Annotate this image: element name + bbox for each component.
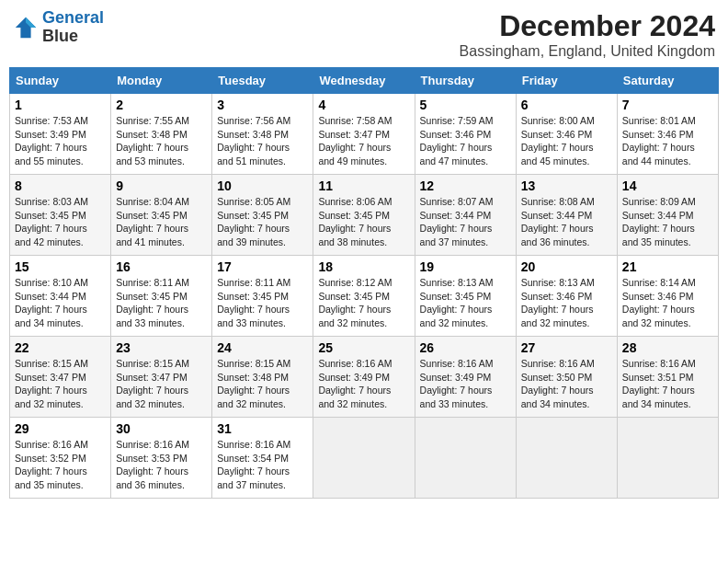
calendar-cell: 19 Sunrise: 8:13 AM Sunset: 3:45 PM Dayl… [415, 256, 516, 337]
day-info: Sunrise: 8:16 AM Sunset: 3:49 PM Dayligh… [318, 357, 409, 411]
calendar-cell: 29 Sunrise: 8:16 AM Sunset: 3:52 PM Dayl… [10, 418, 111, 499]
calendar-cell: 20 Sunrise: 8:13 AM Sunset: 3:46 PM Dayl… [516, 256, 617, 337]
page-header: General Blue December 2024 Bassingham, E… [9, 9, 719, 60]
sunrise-text: Sunrise: 8:16 AM [521, 357, 612, 371]
day-number: 11 [318, 178, 409, 193]
sunrise-text: Sunrise: 8:08 AM [521, 195, 612, 209]
daylight-text: Daylight: 7 hours and 51 minutes. [217, 141, 308, 167]
daylight-text: Daylight: 7 hours and 37 minutes. [217, 465, 308, 491]
calendar-cell: 15 Sunrise: 8:10 AM Sunset: 3:44 PM Dayl… [10, 256, 111, 337]
daylight-text: Daylight: 7 hours and 53 minutes. [116, 141, 207, 167]
daylight-text: Daylight: 7 hours and 32 minutes. [318, 384, 409, 410]
day-number: 18 [318, 259, 409, 274]
sunset-text: Sunset: 3:47 PM [15, 371, 106, 385]
sunrise-text: Sunrise: 8:06 AM [318, 195, 409, 209]
calendar-cell: 10 Sunrise: 8:05 AM Sunset: 3:45 PM Dayl… [212, 175, 313, 256]
daylight-text: Daylight: 7 hours and 32 minutes. [318, 303, 409, 329]
calendar-week-row: 1 Sunrise: 7:53 AM Sunset: 3:49 PM Dayli… [10, 94, 719, 175]
sunset-text: Sunset: 3:50 PM [521, 371, 612, 385]
sunrise-text: Sunrise: 8:16 AM [622, 357, 713, 371]
day-number: 7 [622, 98, 713, 112]
sunrise-text: Sunrise: 8:14 AM [622, 276, 713, 290]
day-number: 12 [420, 178, 511, 193]
calendar-cell: 18 Sunrise: 8:12 AM Sunset: 3:45 PM Dayl… [313, 256, 415, 337]
calendar-cell: 17 Sunrise: 8:11 AM Sunset: 3:45 PM Dayl… [212, 256, 313, 337]
day-number: 22 [15, 340, 106, 355]
calendar-week-row: 8 Sunrise: 8:03 AM Sunset: 3:45 PM Dayli… [10, 175, 719, 256]
weekday-header: Sunday [10, 68, 111, 94]
day-number: 27 [521, 340, 612, 355]
daylight-text: Daylight: 7 hours and 42 minutes. [15, 222, 106, 248]
daylight-text: Daylight: 7 hours and 32 minutes. [116, 384, 207, 410]
logo-text: General Blue [42, 9, 104, 46]
day-number: 16 [116, 259, 207, 274]
daylight-text: Daylight: 7 hours and 35 minutes. [15, 465, 106, 491]
weekday-header: Friday [516, 68, 617, 94]
calendar-cell [313, 418, 415, 499]
weekday-header: Thursday [415, 68, 516, 94]
calendar-cell: 7 Sunrise: 8:01 AM Sunset: 3:46 PM Dayli… [617, 94, 718, 175]
calendar-cell: 31 Sunrise: 8:16 AM Sunset: 3:54 PM Dayl… [212, 418, 313, 499]
sunset-text: Sunset: 3:53 PM [116, 452, 207, 465]
calendar-week-row: 15 Sunrise: 8:10 AM Sunset: 3:44 PM Dayl… [10, 256, 719, 337]
daylight-text: Daylight: 7 hours and 34 minutes. [15, 303, 106, 329]
daylight-text: Daylight: 7 hours and 34 minutes. [521, 384, 612, 410]
day-info: Sunrise: 7:55 AM Sunset: 3:48 PM Dayligh… [116, 114, 207, 168]
day-info: Sunrise: 7:58 AM Sunset: 3:47 PM Dayligh… [318, 114, 409, 168]
day-info: Sunrise: 8:15 AM Sunset: 3:47 PM Dayligh… [15, 357, 106, 411]
sunset-text: Sunset: 3:46 PM [521, 128, 612, 142]
sunset-text: Sunset: 3:49 PM [15, 128, 106, 142]
daylight-text: Daylight: 7 hours and 32 minutes. [622, 303, 713, 329]
calendar-cell: 11 Sunrise: 8:06 AM Sunset: 3:45 PM Dayl… [313, 175, 415, 256]
day-info: Sunrise: 8:05 AM Sunset: 3:45 PM Dayligh… [217, 195, 308, 249]
calendar-cell: 26 Sunrise: 8:16 AM Sunset: 3:49 PM Dayl… [415, 337, 516, 418]
day-info: Sunrise: 8:16 AM Sunset: 3:53 PM Dayligh… [116, 438, 207, 492]
calendar-cell: 12 Sunrise: 8:07 AM Sunset: 3:44 PM Dayl… [415, 175, 516, 256]
sunset-text: Sunset: 3:54 PM [217, 452, 308, 465]
day-info: Sunrise: 8:01 AM Sunset: 3:46 PM Dayligh… [622, 114, 713, 168]
day-info: Sunrise: 8:16 AM Sunset: 3:51 PM Dayligh… [622, 357, 713, 411]
day-info: Sunrise: 8:15 AM Sunset: 3:48 PM Dayligh… [217, 357, 308, 411]
day-info: Sunrise: 8:13 AM Sunset: 3:46 PM Dayligh… [521, 276, 612, 330]
daylight-text: Daylight: 7 hours and 47 minutes. [420, 141, 511, 167]
daylight-text: Daylight: 7 hours and 45 minutes. [521, 141, 612, 167]
day-number: 21 [622, 259, 713, 274]
calendar-week-row: 29 Sunrise: 8:16 AM Sunset: 3:52 PM Dayl… [10, 418, 719, 499]
logo-line2: Blue [42, 28, 104, 46]
daylight-text: Daylight: 7 hours and 35 minutes. [622, 222, 713, 248]
day-number: 24 [217, 340, 308, 355]
calendar-cell: 24 Sunrise: 8:15 AM Sunset: 3:48 PM Dayl… [212, 337, 313, 418]
day-number: 19 [420, 259, 511, 274]
day-info: Sunrise: 7:56 AM Sunset: 3:48 PM Dayligh… [217, 114, 308, 168]
calendar-header-row: SundayMondayTuesdayWednesdayThursdayFrid… [10, 68, 719, 94]
day-info: Sunrise: 8:16 AM Sunset: 3:54 PM Dayligh… [217, 438, 308, 492]
sunset-text: Sunset: 3:45 PM [318, 290, 409, 304]
day-number: 9 [116, 178, 207, 193]
sunset-text: Sunset: 3:46 PM [521, 290, 612, 304]
day-number: 13 [521, 178, 612, 193]
weekday-header: Wednesday [313, 68, 415, 94]
day-info: Sunrise: 8:16 AM Sunset: 3:49 PM Dayligh… [420, 357, 511, 411]
sunrise-text: Sunrise: 8:00 AM [521, 114, 612, 128]
sunrise-text: Sunrise: 7:55 AM [116, 114, 207, 128]
calendar-cell: 6 Sunrise: 8:00 AM Sunset: 3:46 PM Dayli… [516, 94, 617, 175]
daylight-text: Daylight: 7 hours and 32 minutes. [420, 303, 511, 329]
sunset-text: Sunset: 3:44 PM [622, 209, 713, 223]
logo-line1: General [42, 8, 104, 27]
sunrise-text: Sunrise: 8:16 AM [15, 438, 106, 452]
daylight-text: Daylight: 7 hours and 32 minutes. [521, 303, 612, 329]
day-number: 23 [116, 340, 207, 355]
day-info: Sunrise: 8:00 AM Sunset: 3:46 PM Dayligh… [521, 114, 612, 168]
day-number: 3 [217, 98, 308, 112]
day-info: Sunrise: 8:15 AM Sunset: 3:47 PM Dayligh… [116, 357, 207, 411]
sunset-text: Sunset: 3:45 PM [116, 209, 207, 223]
sunrise-text: Sunrise: 8:05 AM [217, 195, 308, 209]
sunrise-text: Sunrise: 8:16 AM [318, 357, 409, 371]
sunset-text: Sunset: 3:47 PM [318, 128, 409, 142]
weekday-header: Saturday [617, 68, 718, 94]
sunrise-text: Sunrise: 8:15 AM [116, 357, 207, 371]
sunset-text: Sunset: 3:49 PM [318, 371, 409, 385]
sunrise-text: Sunrise: 7:59 AM [420, 114, 511, 128]
sunset-text: Sunset: 3:47 PM [116, 371, 207, 385]
sunrise-text: Sunrise: 8:01 AM [622, 114, 713, 128]
